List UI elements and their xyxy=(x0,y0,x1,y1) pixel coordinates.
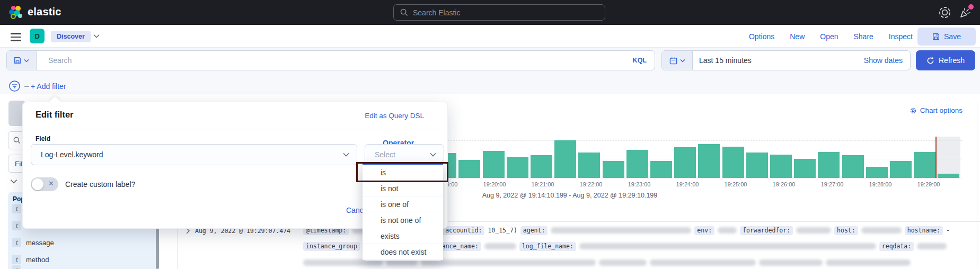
histogram-bar[interactable] xyxy=(866,167,888,178)
string-field-type-icon: t xyxy=(12,204,21,213)
field-name-chip[interactable]: host: xyxy=(834,226,858,235)
field-name-chip[interactable]: log_file_name: xyxy=(519,242,576,251)
histogram-bar[interactable] xyxy=(770,155,792,178)
open-link[interactable]: Open xyxy=(820,32,838,41)
x-axis-tick-label: 19:20:00 xyxy=(483,181,506,187)
string-field-type-icon: t xyxy=(12,221,21,230)
histogram-bar[interactable] xyxy=(674,147,696,178)
field-select[interactable]: Log-Level.keyword xyxy=(31,144,357,165)
redacted-value xyxy=(551,227,691,234)
global-header: elastic Search Elastic xyxy=(0,0,980,25)
field-name-chip[interactable]: agent: xyxy=(520,226,548,235)
histogram-bar[interactable] xyxy=(938,174,959,178)
histogram-bar[interactable] xyxy=(483,151,505,178)
help-icon[interactable] xyxy=(939,6,951,19)
histogram-bar[interactable] xyxy=(794,159,816,178)
refresh-label: Refresh xyxy=(939,56,965,65)
histogram-bar[interactable] xyxy=(650,161,672,178)
custom-label-text: Create custom label? xyxy=(65,180,135,189)
kql-language-button[interactable]: KQL xyxy=(633,57,647,64)
global-search-input[interactable]: Search Elastic xyxy=(393,4,605,21)
field-name-chip[interactable]: hostname: xyxy=(905,226,943,235)
operator-option[interactable]: is not one of xyxy=(363,212,443,228)
redacted-value xyxy=(796,227,831,234)
menu-icon[interactable] xyxy=(11,33,21,41)
time-range-value[interactable]: Last 15 minutes xyxy=(699,56,752,65)
toggle-off-x-icon: ✕ xyxy=(48,180,54,187)
sidebar-field-item[interactable]: t xyxy=(12,265,26,269)
elastic-logo-icon xyxy=(8,5,23,19)
date-picker[interactable]: Last 15 minutes Show dates xyxy=(661,50,911,70)
histogram-bar[interactable] xyxy=(531,155,552,178)
x-axis-tick-label: 19:25:00 xyxy=(725,181,747,187)
x-axis-tick-label: 19:24:00 xyxy=(676,181,699,187)
discover-page: elastic Search Elastic D Discover Option… xyxy=(0,0,980,269)
custom-label-toggle[interactable]: ✕ xyxy=(31,177,58,191)
chart-options-button[interactable]: Chart options xyxy=(910,106,963,114)
x-axis-line xyxy=(411,178,962,178)
toggle-knob xyxy=(32,178,43,190)
string-field-type-icon: t xyxy=(12,255,21,264)
saved-query-menu-button[interactable] xyxy=(7,51,37,70)
save-button[interactable]: Save xyxy=(917,28,976,46)
brand-text: elastic xyxy=(28,6,61,18)
query-input[interactable]: Search KQL xyxy=(6,50,655,70)
sidebar-field-item[interactable]: tmethod xyxy=(12,255,49,264)
sidebar-scrollbar[interactable] xyxy=(156,227,159,269)
operator-option[interactable]: is not xyxy=(363,181,443,196)
refresh-icon xyxy=(926,57,934,65)
histogram-bar[interactable] xyxy=(722,147,744,178)
field-value-text: 10_15_7) xyxy=(488,227,517,234)
calendar-icon xyxy=(669,57,677,65)
operator-option[interactable]: does not exist xyxy=(363,244,443,260)
chevron-down-icon[interactable] xyxy=(93,34,100,38)
histogram-bar[interactable] xyxy=(507,157,528,178)
histogram-bar[interactable] xyxy=(914,152,935,178)
x-axis-tick-label: 19:28:00 xyxy=(869,181,892,187)
breadcrumb[interactable]: Discover xyxy=(51,31,91,42)
field-name-chip[interactable]: accountid: xyxy=(443,226,484,235)
refresh-button[interactable]: Refresh xyxy=(916,50,975,70)
space-avatar[interactable]: D xyxy=(30,29,45,43)
edit-as-query-dsl-link[interactable]: Edit as Query DSL xyxy=(365,112,424,120)
inspect-link[interactable]: Inspect xyxy=(889,32,913,41)
query-placeholder: Search xyxy=(48,56,72,65)
field-select-value: Log-Level.keyword xyxy=(41,150,103,159)
elastic-logo[interactable]: elastic xyxy=(8,5,61,19)
histogram-bar[interactable] xyxy=(746,153,768,178)
redacted-value xyxy=(759,259,823,266)
histogram-bar[interactable] xyxy=(458,160,480,178)
show-dates-link[interactable]: Show dates xyxy=(864,56,903,65)
operator-option[interactable]: exists xyxy=(363,228,443,244)
date-quick-select-button[interactable] xyxy=(662,51,693,70)
share-link[interactable]: Share xyxy=(854,32,873,41)
highlight-annotation-box xyxy=(356,162,448,182)
histogram-bar[interactable] xyxy=(578,153,600,178)
histogram-bar[interactable] xyxy=(842,155,864,178)
add-filter-link[interactable]: + Add filter xyxy=(31,82,66,91)
global-search-placeholder: Search Elastic xyxy=(413,8,460,17)
histogram-bar[interactable] xyxy=(818,152,840,178)
field-name-chip[interactable]: env: xyxy=(694,226,714,235)
x-axis-tick-label: 19:29:00 xyxy=(917,181,940,187)
field-name-chip[interactable]: instance_group xyxy=(303,242,360,251)
field-name-chip[interactable]: forwardedfor: xyxy=(740,226,793,235)
gridline xyxy=(411,140,962,141)
histogram-bar[interactable] xyxy=(698,144,720,178)
sidebar-field-item[interactable]: tmessage xyxy=(12,238,54,247)
field-name-chip[interactable]: reqdata: xyxy=(879,242,914,251)
options-link[interactable]: Options xyxy=(749,32,774,41)
redacted-value xyxy=(861,227,902,234)
new-link[interactable]: New xyxy=(790,32,805,41)
page-scrollbar[interactable] xyxy=(977,101,977,269)
save-label: Save xyxy=(944,32,961,41)
filter-icon[interactable] xyxy=(8,80,21,92)
operator-option[interactable]: is one of xyxy=(363,196,443,212)
x-axis-tick-label: 19:26:00 xyxy=(773,181,796,187)
histogram-bar[interactable] xyxy=(554,140,576,178)
chevron-down-icon[interactable] xyxy=(10,179,17,184)
chevron-down-icon xyxy=(430,153,436,157)
histogram-bar[interactable] xyxy=(890,161,912,178)
histogram-bar[interactable] xyxy=(603,161,624,178)
histogram-bar[interactable] xyxy=(626,150,648,178)
